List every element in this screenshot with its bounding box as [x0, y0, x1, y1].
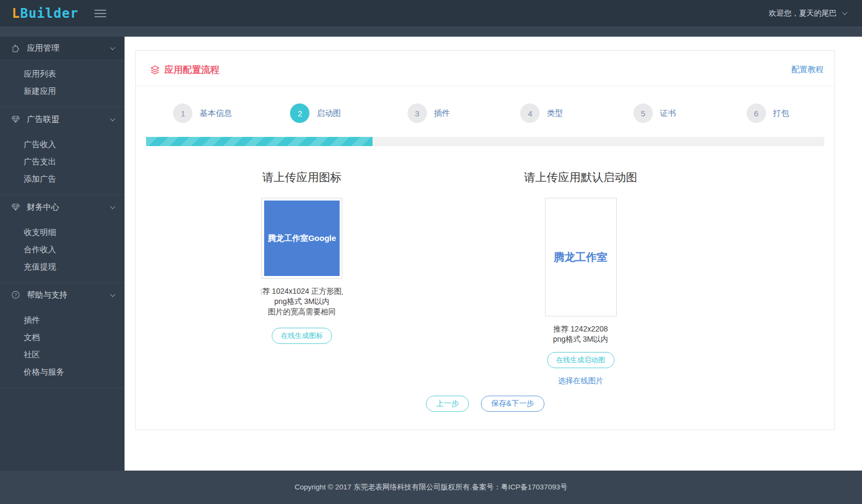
step-number: 1: [173, 103, 192, 123]
sidebar-item[interactable]: 文档: [0, 329, 125, 346]
sidebar-nav: 应用管理应用列表新建应用广告联盟广告收入广告支出添加广告财务中心收支明细合作收入…: [0, 37, 125, 471]
sidebar-section-items: 广告收入广告支出添加广告: [0, 131, 125, 195]
main-content: 应用配置流程 配置教程 1基本信息2启动图3插件4类型5证书6打包 请上传应用图…: [125, 37, 862, 471]
sidebar-section-header[interactable]: ?帮助与支持: [0, 283, 125, 307]
app-icon-preview[interactable]: 腾龙工作室Google: [261, 198, 342, 279]
app-logo[interactable]: LBuilder: [0, 6, 94, 21]
hamburger-menu-icon[interactable]: [94, 10, 106, 17]
tutorial-link[interactable]: 配置教程: [791, 65, 824, 75]
config-card: 应用配置流程 配置教程 1基本信息2启动图3插件4类型5证书6打包 请上传应用图…: [135, 50, 835, 430]
sidebar-section-items: 插件文档社区价格与服务: [0, 307, 125, 388]
welcome-text: 欢迎您，夏天的尾巴: [769, 9, 837, 18]
upload-section: 请上传应用图标 腾龙工作室Google 推荐 1024x1024 正方形图片 p…: [136, 170, 835, 386]
user-menu[interactable]: 欢迎您，夏天的尾巴: [769, 9, 846, 18]
svg-text:?: ?: [14, 292, 17, 298]
stepper: 1基本信息2启动图3插件4类型5证书6打包: [136, 86, 835, 123]
step-label: 基本信息: [199, 108, 232, 119]
sidebar-item[interactable]: 充值提现: [0, 258, 125, 275]
sidebar-section-items: 收支明细合作收入充值提现: [0, 219, 125, 282]
copyright-text: Copyright © 2017 东莞老表网络科技有限公司版权所有.备案号：粤I…: [295, 482, 568, 492]
stepper-step[interactable]: 1基本信息: [146, 103, 259, 123]
step-label: 类型: [547, 108, 563, 119]
icon-upload-title: 请上传应用图标: [263, 170, 342, 185]
form-actions: 上一步 保存&下一步: [136, 396, 835, 430]
help-icon: ?: [11, 290, 20, 300]
puzzle-icon: [11, 44, 20, 53]
sidebar-item[interactable]: 收支明细: [0, 224, 125, 241]
layers-icon: [150, 65, 160, 75]
chevron-down-icon: [110, 292, 115, 297]
save-next-button[interactable]: 保存&下一步: [481, 396, 544, 412]
sidebar-section-label: 财务中心: [27, 202, 59, 212]
app-icon-text: 腾龙工作室Google: [268, 233, 336, 244]
generate-icon-button[interactable]: 在线生成图标: [272, 328, 332, 344]
logo-letter: L: [12, 6, 20, 21]
chevron-down-icon: [110, 45, 115, 50]
sidebar-item[interactable]: 新建应用: [0, 82, 125, 100]
generate-splash-button[interactable]: 在线生成启动图: [547, 352, 615, 368]
page-title-text: 应用配置流程: [164, 64, 219, 76]
sidebar-item[interactable]: 应用列表: [0, 65, 125, 82]
step-number: 2: [290, 103, 309, 123]
hint-line: 图片的宽高需要相同: [261, 307, 343, 317]
page-title: 应用配置流程: [150, 64, 219, 76]
header-sub-strip: [0, 26, 862, 37]
sidebar-section-header[interactable]: 应用管理: [0, 37, 125, 60]
sidebar-section-label: 广告联盟: [27, 114, 59, 125]
sidebar-item[interactable]: 价格与服务: [0, 363, 125, 381]
stepper-step[interactable]: 6打包: [711, 103, 824, 123]
sidebar-section-items: 应用列表新建应用: [0, 60, 125, 107]
step-number: 5: [633, 103, 653, 123]
top-header: LBuilder 欢迎您，夏天的尾巴: [0, 0, 862, 26]
step-label: 打包: [773, 108, 789, 119]
choose-online-image-link[interactable]: 选择在线图片: [558, 376, 603, 386]
sidebar-section: ?帮助与支持插件文档社区价格与服务: [0, 283, 125, 388]
hint-line: 推荐 1242x2208: [553, 324, 609, 334]
sidebar-item[interactable]: 添加广告: [0, 170, 125, 188]
progress-fill: [146, 137, 373, 146]
step-number: 6: [747, 103, 766, 123]
sidebar-item[interactable]: 广告收入: [0, 136, 125, 153]
sidebar-item[interactable]: 广告支出: [0, 153, 125, 170]
splash-preview-text: 腾龙工作室: [554, 250, 608, 265]
sidebar-section-header[interactable]: 广告联盟: [0, 107, 125, 131]
previous-step-button[interactable]: 上一步: [426, 396, 469, 412]
step-label: 插件: [434, 108, 450, 119]
sidebar-item[interactable]: 插件: [0, 312, 125, 329]
gem-icon: [11, 202, 20, 212]
step-number: 4: [520, 103, 540, 123]
hint-line: 推荐 1024x1024 正方形图片: [261, 286, 343, 296]
app-icon-image: 腾龙工作室Google: [264, 201, 340, 276]
sidebar-section-label: 帮助与支持: [27, 290, 67, 300]
splash-upload-column: 请上传应用默认启动图 腾龙工作室 推荐 1242x2208 png格式 3M以内…: [500, 170, 661, 386]
step-label: 启动图: [316, 108, 341, 119]
icon-upload-hints: 推荐 1024x1024 正方形图片 png格式 3M以内 图片的宽高需要相同: [261, 286, 343, 317]
splash-upload-hints: 推荐 1242x2208 png格式 3M以内: [553, 324, 609, 344]
splash-preview[interactable]: 腾龙工作室: [545, 198, 617, 316]
sidebar-section-header[interactable]: 财务中心: [0, 195, 125, 219]
hint-line: png格式 3M以内: [261, 296, 343, 307]
sidebar-item[interactable]: 社区: [0, 346, 125, 363]
sidebar-section: 广告联盟广告收入广告支出添加广告: [0, 107, 125, 195]
gem-icon: [11, 114, 20, 124]
chevron-down-icon: [110, 116, 115, 121]
step-label: 证书: [660, 108, 676, 119]
chevron-down-icon: [110, 204, 115, 209]
sidebar-section: 应用管理应用列表新建应用: [0, 37, 125, 107]
splash-upload-title: 请上传应用默认启动图: [524, 170, 637, 185]
logo-text: Builder: [20, 6, 78, 21]
progress-bar: [146, 137, 824, 146]
card-header: 应用配置流程 配置教程: [136, 51, 835, 86]
stepper-step[interactable]: 4类型: [485, 103, 598, 123]
step-number: 3: [408, 103, 427, 123]
sidebar-item[interactable]: 合作收入: [0, 241, 125, 258]
sidebar-section: 财务中心收支明细合作收入充值提现: [0, 195, 125, 283]
icon-upload-column: 请上传应用图标 腾龙工作室Google 推荐 1024x1024 正方形图片 p…: [221, 170, 383, 386]
stepper-step[interactable]: 3插件: [372, 103, 485, 123]
stepper-step[interactable]: 2启动图: [259, 103, 373, 123]
chevron-down-icon: [842, 10, 847, 15]
sidebar-section-label: 应用管理: [27, 43, 59, 53]
footer: Copyright © 2017 东莞老表网络科技有限公司版权所有.备案号：粤I…: [0, 471, 862, 504]
stepper-step[interactable]: 5证书: [598, 103, 712, 123]
hint-line: png格式 3M以内: [553, 334, 609, 344]
